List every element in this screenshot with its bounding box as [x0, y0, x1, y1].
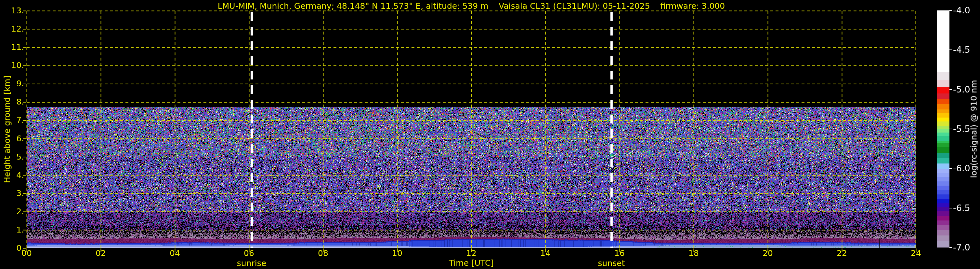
colorbar-tick-mark — [950, 10, 952, 11]
ceilometer-quicklook-figure: LMU-MIM, Munich, Germany; 48.148° N 11.5… — [0, 0, 980, 269]
colorbar-tick-label: -7.0 — [953, 242, 970, 253]
colorbar-tick-mark — [950, 247, 952, 248]
y-tick-label: 12. — [0, 24, 24, 34]
colorbar-tick-label: -6.5 — [953, 203, 970, 214]
colorbar-tick-label: -6.0 — [953, 163, 970, 174]
x-tick-label: 24 — [911, 248, 921, 258]
sunrise-label: sunrise — [237, 259, 266, 268]
x-tick-label: 04 — [170, 248, 180, 258]
page-title: LMU-MIM, Munich, Germany; 48.148° N 11.5… — [218, 1, 725, 11]
colorbar-tick-mark — [950, 89, 952, 90]
colorbar-tick-mark — [950, 50, 952, 50]
y-axis-label: Height above ground [km] — [3, 75, 12, 183]
sunset-label: sunset — [598, 259, 625, 268]
x-tick-label: 22 — [837, 248, 847, 258]
x-tick-label: 12 — [466, 248, 477, 258]
y-tick-label: 10. — [0, 60, 24, 70]
colorbar-tick-label: -5.5 — [953, 123, 970, 134]
colorbar-tick-label: -5.0 — [953, 84, 970, 95]
y-tick-label: 8. — [0, 97, 24, 107]
y-tick-label: 2. — [0, 207, 24, 217]
colorbar — [937, 10, 950, 248]
colorbar-tick-label: -4.5 — [953, 44, 970, 55]
colorbar-tick-mark — [950, 208, 952, 208]
y-tick-label: 1. — [0, 225, 24, 235]
y-tick-label: 5. — [0, 152, 24, 162]
x-tick-label: 02 — [95, 248, 106, 258]
y-tick-label: 13. — [0, 6, 24, 16]
y-tick-label: 6. — [0, 133, 24, 144]
x-tick-label: 20 — [762, 248, 773, 258]
y-tick-label: 9. — [0, 78, 24, 89]
colorbar-tick-mark — [950, 168, 952, 169]
x-tick-label: 16 — [614, 248, 625, 258]
colorbar-tick-label: -4.0 — [953, 5, 970, 16]
x-tick-label: 10 — [392, 248, 402, 258]
x-tick-label: 14 — [540, 248, 550, 258]
x-tick-label: 18 — [689, 248, 699, 258]
x-tick-label: 08 — [318, 248, 328, 258]
x-axis-label: Time [UTC] — [449, 258, 494, 268]
colorbar-tick-mark — [950, 129, 952, 129]
x-tick-label: 06 — [244, 248, 254, 258]
colorbar-label: log(rc-signal) @ 910 nm — [969, 80, 979, 178]
y-tick-label: 0. — [0, 243, 24, 253]
y-tick-label: 11. — [0, 42, 24, 53]
y-tick-label: 7. — [0, 115, 24, 125]
y-tick-label: 4. — [0, 170, 24, 181]
ceilometer-plot-canvas — [0, 0, 980, 269]
y-tick-label: 3. — [0, 188, 24, 199]
x-tick-label: 00 — [21, 248, 32, 258]
